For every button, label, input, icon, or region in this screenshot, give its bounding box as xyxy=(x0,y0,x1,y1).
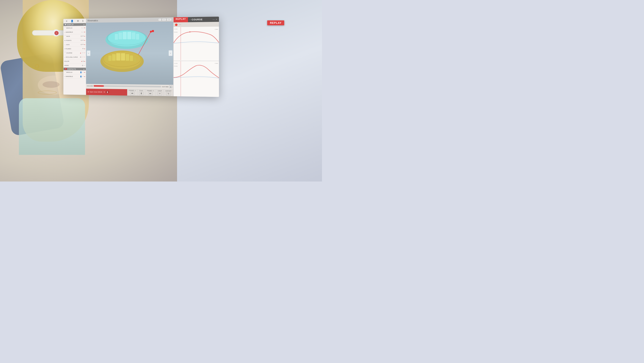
planes-red-icon[interactable]: ● xyxy=(84,48,85,50)
maxilla-eye-icon[interactable]: ○–○ xyxy=(81,27,84,29)
color-settings-icon[interactable]: ⚙ xyxy=(82,60,84,62)
planes-eye-icon[interactable]: 👁 xyxy=(82,48,84,50)
cmd-red-icon[interactable]: ● xyxy=(84,76,85,77)
planes-icon: + xyxy=(64,48,65,50)
contacts-maxilla[interactable]: ⌒ MAXILLA 👤 〰 ● xyxy=(64,70,86,75)
color-red-icon[interactable]: ● xyxy=(81,60,82,62)
sequence-delete-icon[interactable]: 🗑 xyxy=(106,91,109,93)
course-add-icon[interactable]: + xyxy=(190,18,191,21)
pause-button[interactable]: ⏸ xyxy=(139,92,144,95)
svg-point-10 xyxy=(150,30,152,32)
points-red-icon[interactable]: ● xyxy=(84,39,85,41)
cm-wave-icon[interactable]: 〰 xyxy=(82,72,84,73)
right-panel: REPLAY + COURSE — × 🔴 〰 xyxy=(173,17,219,97)
svg-rect-2 xyxy=(115,34,118,40)
replay-badge: REPLAY xyxy=(174,17,188,22)
frame-minus-button[interactable]: ⏮ xyxy=(130,91,134,95)
sidebar-item-color[interactable]: COLOR ● ⚙ ● xyxy=(64,59,86,63)
sidebar-item-occlusal-curve[interactable]: ⌣ OCCLUSAL CURVE ⚙ 〰 〰 xyxy=(64,55,86,59)
points-eye-icon[interactable]: 👁 xyxy=(82,39,84,41)
mandible-red-icon[interactable]: ● xyxy=(84,31,85,33)
svg-rect-7 xyxy=(136,34,139,40)
sequence-label: Open close 06h48 xyxy=(90,91,102,93)
course-icons: ▲ 〰 〰 xyxy=(80,52,85,54)
view-btn-2[interactable]: □□ xyxy=(162,18,166,21)
views-settings-icon[interactable]: ⚙ xyxy=(82,65,83,66)
view-btn-1[interactable]: □ xyxy=(158,18,162,21)
sidebar-item-planes[interactable]: + PLANES 👁 ● xyxy=(64,47,86,51)
svg-rect-3 xyxy=(119,32,122,39)
right-panel-sensor-icon[interactable]: 🔴 xyxy=(175,23,178,26)
svg-point-42 xyxy=(189,31,190,32)
occlusal-wave-icon[interactable]: 〰 xyxy=(82,56,83,58)
menu-icon[interactable]: ≡ xyxy=(66,20,67,22)
cmd-wave-icon[interactable]: 〰 xyxy=(82,76,84,77)
sidebar-item-mandible[interactable]: ⌣ MANDIBLE ○–○ ● xyxy=(64,30,86,34)
svg-text:1 mm: 1 mm xyxy=(215,29,218,30)
axis-red-icon[interactable]: ● xyxy=(84,44,85,45)
replay-floating-button[interactable]: REPLAY xyxy=(267,20,284,25)
cm-person-icon[interactable]: 👤 xyxy=(80,72,82,73)
sidebar-item-maxilla[interactable]: ⌒ MAXILLA ○–○ ● xyxy=(64,26,86,30)
cm-red-icon[interactable]: ● xyxy=(84,72,85,73)
timeline-track[interactable] xyxy=(94,85,161,87)
face-settings-icon[interactable]: ⚙ xyxy=(80,35,82,37)
points-settings-icon[interactable]: ⚙ xyxy=(80,39,82,41)
svg-rect-4 xyxy=(123,32,126,39)
svg-rect-21 xyxy=(134,57,136,62)
right-panel-close-button[interactable]: × xyxy=(216,18,217,21)
timeline-progress xyxy=(94,85,103,87)
sequence-menu-icon[interactable]: ≡ xyxy=(88,91,89,93)
contacts-maxilla-icons: 👤 〰 ● xyxy=(80,72,85,73)
graph-area: 1 mm 0 mm 1 mm 0 mm xyxy=(174,27,219,97)
views-wave-icon[interactable]: 〰 xyxy=(84,65,85,66)
face-eye-icon[interactable]: 👁 xyxy=(82,35,84,37)
info-icon[interactable]: ℹ xyxy=(82,19,83,22)
3d-viewport[interactable]: ‹ › xyxy=(86,21,173,85)
cmd-person-icon[interactable]: 👤 xyxy=(80,76,82,77)
collapse-icon[interactable]: ▲ xyxy=(83,23,85,25)
export-button[interactable]: ↻ xyxy=(166,92,171,96)
sidebar-item-course[interactable]: ⌒ COURSE ▲ 〰 〰 xyxy=(64,51,86,55)
contacts-mandible[interactable]: ⌣ MANDIBLE 👤 〰 ● xyxy=(64,74,86,79)
sidebar-item-views[interactable]: VIEWS ⚙ 〰 xyxy=(64,63,86,68)
mandible-toggle-icon[interactable]: ○–○ xyxy=(81,31,84,33)
course-wave2-icon[interactable]: 〰 xyxy=(84,52,85,54)
viewport-prev-button[interactable]: ‹ xyxy=(87,51,90,56)
viewport-next-button[interactable]: › xyxy=(169,50,172,56)
sequence-info: ≡ Open close 06h48 ✏ 🗑 xyxy=(86,89,127,95)
sidebar-item-axis[interactable]: ↔ AXIS ⚙ 👁 ● xyxy=(64,42,86,47)
sidebar-item-face[interactable]: ⌒ FACE ⚙ 👁 ● xyxy=(64,34,86,38)
occlusal-red-icon[interactable]: 〰 xyxy=(84,56,85,58)
display-section-header: 👁 DISPLAY ▲ xyxy=(64,23,86,26)
contacts-collapse-icon[interactable]: ▲ xyxy=(83,68,85,70)
display-eye-icon: 👁 xyxy=(65,24,66,26)
timeline-expand-button[interactable]: ▲ xyxy=(169,85,172,88)
maxilla-red-icon[interactable]: ● xyxy=(84,27,85,29)
frame-plus-button[interactable]: ⏭ xyxy=(148,92,153,95)
user-icon[interactable]: 👤 xyxy=(71,20,74,22)
occlusal-icons: ⚙ 〰 〰 xyxy=(80,56,85,58)
sequence-edit-icon[interactable]: ✏ xyxy=(104,91,105,93)
timeline-playhead[interactable] xyxy=(104,85,104,87)
right-panel-minimize-button[interactable]: — xyxy=(212,18,215,20)
axis-settings-icon[interactable]: ⚙ xyxy=(80,44,82,45)
playback-controls: ≡ Open close 06h48 ✏ 🗑 FRAME -1 ⏮ PLAY ⏸… xyxy=(86,88,173,96)
sidebar-item-points[interactable]: ✦ POINTS ⚙ 👁 ● xyxy=(64,38,86,43)
crop-button[interactable]: ✂ xyxy=(158,92,162,95)
course-wave1-icon[interactable]: 〰 xyxy=(82,52,83,54)
right-panel-wave-icon[interactable]: 〰 xyxy=(179,23,181,26)
svg-rect-16 xyxy=(116,53,120,60)
axis-icon: ↔ xyxy=(64,44,66,45)
color-red2-icon[interactable]: ● xyxy=(84,60,85,62)
face-red-icon[interactable]: ● xyxy=(84,35,85,37)
settings-icon[interactable]: ⚙ xyxy=(77,20,79,22)
points-icon: ✦ xyxy=(64,39,66,41)
course-triangle-icon[interactable]: ▲ xyxy=(80,52,81,54)
color-icons: ● ⚙ ● xyxy=(81,60,85,62)
occlusal-settings-icon[interactable]: ⚙ xyxy=(80,56,81,58)
view-btn-3[interactable]: □□□ xyxy=(166,18,172,21)
svg-text:1 mm: 1 mm xyxy=(174,28,178,30)
axis-eye-icon[interactable]: 👁 xyxy=(82,44,84,45)
contacts-add-icon[interactable]: + xyxy=(65,68,67,70)
